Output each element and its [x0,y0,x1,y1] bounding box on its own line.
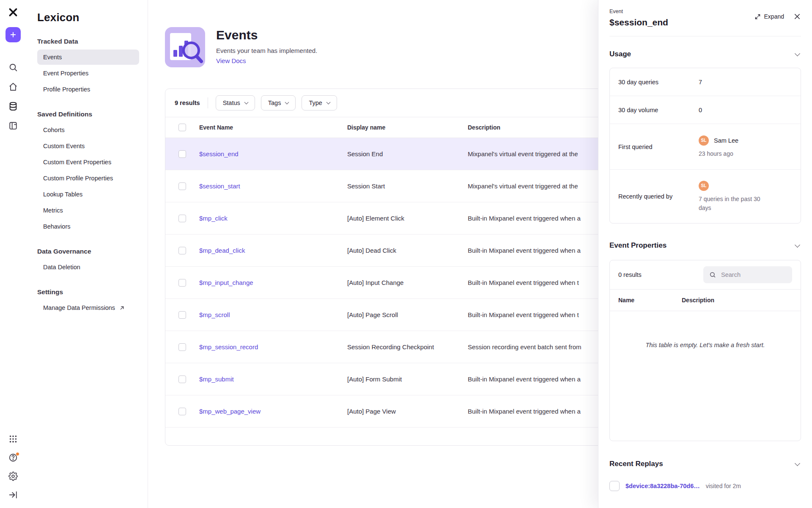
properties-results-count: 0 results [618,271,642,278]
usage-heading: Usage [609,50,631,58]
expand-button[interactable]: Expand [754,13,784,20]
row-checkbox[interactable] [178,343,186,351]
sidebar-item-label: Profile Properties [43,86,90,93]
sidebar-item-custom-profile-properties[interactable]: Custom Profile Properties [37,171,139,186]
logout-icon[interactable] [8,490,18,500]
column-header-event-name: Event Name [199,124,347,131]
database-icon[interactable] [8,102,18,111]
expand-label: Expand [764,13,784,20]
apps-grid-icon[interactable] [8,434,18,444]
usage-table: 30 day queries730 day volume0First queri… [609,68,801,224]
sidebar-item-behaviors[interactable]: Behaviors [37,219,139,234]
display-name: Session Start [347,182,468,190]
sidebar-item-lookup-tables[interactable]: Lookup Tables [37,187,139,202]
sidebar-item-profile-properties[interactable]: Profile Properties [37,82,139,97]
sidebar: Lexicon Tracked DataEventsEvent Properti… [26,0,148,508]
chevron-down-icon [285,100,289,105]
drawer-header: Event $session_end Expand [609,8,801,36]
row-checkbox[interactable] [178,375,186,383]
sidebar-item-events[interactable]: Events [37,50,139,65]
expand-icon [754,14,761,20]
properties-empty-state: This table is empty. Let's make a fresh … [610,311,801,441]
filter-status[interactable]: Status [216,95,255,110]
properties-search[interactable] [703,266,792,283]
sidebar-item-custom-event-properties[interactable]: Custom Event Properties [37,155,139,170]
event-name-link[interactable]: $mp_scroll [199,311,230,318]
replay-link[interactable]: $device:8a3228ba-70d6… [625,483,700,489]
recent-replays-heading: Recent Replays [609,460,663,468]
usage-row: 30 day volume0 [610,96,801,124]
help-icon[interactable] [8,453,18,462]
view-docs-link[interactable]: View Docs [216,57,246,64]
chevron-down-icon[interactable] [795,461,800,466]
event-name-link[interactable]: $session_end [199,150,239,157]
display-name: [Auto] Element Click [347,215,468,222]
row-checkbox[interactable] [178,279,186,287]
sidebar-item-data-deletion[interactable]: Data Deletion [37,260,139,275]
icon-rail [0,0,26,508]
results-count: 9 results [175,99,200,106]
mixpanel-logo-icon[interactable] [8,7,19,18]
replay-row[interactable]: $device:8a3228ba-70d6… visited for 2m [609,481,801,491]
event-name-link[interactable]: $session_start [199,182,240,190]
filter-label: Tags [268,99,281,106]
settings-icon[interactable] [8,472,18,481]
usage-section-header: Usage [609,50,801,58]
usage-value: 0 [699,107,792,113]
sidebar-section-title: Tracked Data [37,38,139,45]
sidebar-item-manage-data-permissions[interactable]: Manage Data Permissions [37,300,139,315]
row-checkbox[interactable] [178,247,186,254]
event-name-link[interactable]: $mp_submit [199,375,234,383]
event-properties-card: 0 results Name Description This table is… [609,260,801,441]
close-icon[interactable] [793,13,801,20]
plus-icon[interactable] [5,27,21,42]
select-all-checkbox[interactable] [178,124,186,131]
display-name: [Auto] Form Submit [347,375,468,383]
filter-type[interactable]: Type [302,95,337,110]
home-icon[interactable] [8,82,18,91]
sidebar-item-label: Lookup Tables [43,191,82,198]
rail-bottom-icons [8,434,18,500]
search-icon[interactable] [8,63,18,72]
usage-secondary: 23 hours ago [699,149,792,158]
sidebar-item-label: Custom Event Properties [43,159,111,166]
sidebar-item-cohorts[interactable]: Cohorts [37,122,139,138]
event-detail-drawer: Event $session_end Expand Usage 30 day q… [598,0,812,508]
event-name-link[interactable]: $mp_input_change [199,279,253,286]
usage-secondary: 7 queries in the past 30 days [699,195,771,213]
row-checkbox[interactable] [178,408,186,415]
chevron-down-icon[interactable] [795,51,800,56]
notification-badge [16,452,19,456]
sidebar-item-label: Manage Data Permissions [43,304,115,311]
avatar: SL [699,181,709,191]
display-name: Session End [347,150,468,157]
event-name-link[interactable]: $mp_dead_click [199,247,245,254]
usage-row: First queriedSLSam Lee23 hours ago [610,124,801,170]
sidebar-item-custom-events[interactable]: Custom Events [37,138,139,154]
sidebar-item-label: Custom Profile Properties [43,175,113,182]
sidebar-section-title: Data Governance [37,248,139,255]
event-name-link[interactable]: $mp_click [199,215,228,222]
row-checkbox[interactable] [178,215,186,222]
boards-icon[interactable] [8,121,18,130]
sidebar-item-metrics[interactable]: Metrics [37,203,139,218]
search-input[interactable] [720,271,786,279]
event-name-link[interactable]: $mp_session_record [199,343,258,351]
event-name-link[interactable]: $mp_web_page_view [199,408,261,415]
external-link-icon [119,305,125,311]
sidebar-item-label: Metrics [43,207,63,214]
row-checkbox[interactable] [178,150,186,158]
avatar: SL [699,135,709,146]
filter-tags[interactable]: Tags [261,95,296,110]
row-checkbox[interactable] [178,311,186,319]
chevron-down-icon [244,100,248,105]
search-icon [709,271,716,278]
display-name: Session Recording Checkpoint [347,343,468,351]
row-checkbox[interactable] [178,182,186,190]
drawer-type-label: Event [609,8,668,14]
sidebar-item-event-properties[interactable]: Event Properties [37,66,139,81]
chevron-down-icon[interactable] [795,242,800,248]
filter-label: Type [309,99,322,106]
recent-replays-section-header: Recent Replays [609,460,801,468]
page-subtitle: Events your team has implemented. [216,47,317,54]
